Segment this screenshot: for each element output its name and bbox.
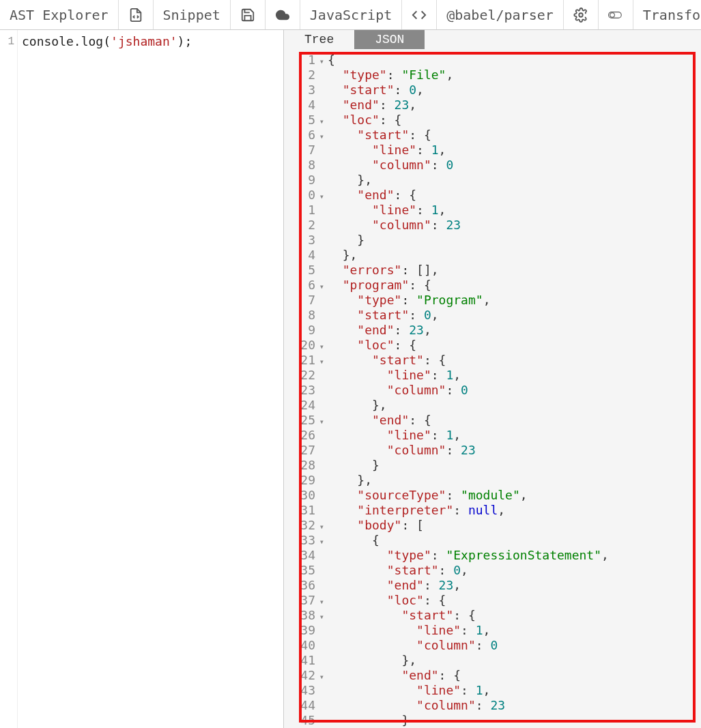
json-line-number: 20▾ [287,338,317,353]
json-line: "sourceType": "module", [328,488,698,503]
tab-tree[interactable]: Tree [284,30,354,49]
json-line: "line": 1, [328,143,698,158]
json-line-number: 33▾ [287,533,317,548]
json-line-number: 7 [287,143,317,158]
json-line-number: 32▾ [287,518,317,533]
json-line-number: 6▾ [287,128,317,143]
json-line: "line": 1, [328,623,698,638]
ast-tabs: Tree JSON [284,30,701,49]
json-line: "line": 1, [328,683,698,698]
json-line: } [328,233,698,248]
tab-json[interactable]: JSON [354,30,425,49]
json-line: "errors": [], [328,263,698,278]
json-line: "end": 23, [328,323,698,338]
json-line-number: 6▾ [287,278,317,293]
parser-dropdown[interactable]: @babel/parser [437,0,564,29]
json-line: "type": "Program", [328,293,698,308]
json-line-number: 0▾ [287,188,317,203]
svg-point-1 [579,13,583,17]
collapse-icon[interactable]: ▾ [317,189,324,204]
json-line-number: 8 [287,158,317,173]
toggle-icon[interactable] [599,0,633,29]
json-line-number: 38▾ [287,608,317,623]
json-line: "type": "ExpressionStatement", [328,548,698,563]
json-gutter: 1▾2345▾6▾7890▾123456▾78920▾21▾22232425▾2… [287,49,317,728]
json-line-number: 39 [287,623,317,638]
collapse-icon[interactable]: ▾ [317,279,324,294]
code-editor[interactable]: 1 console.log('jshaman'); [0,30,284,728]
json-line-number: 4 [287,98,317,113]
json-line-number: 23 [287,383,317,398]
json-line: "column": 23 [328,443,698,458]
json-line: }, [328,173,698,188]
code-string-token: 'jshaman' [111,34,177,48]
gear-icon[interactable] [564,0,599,29]
collapse-icon[interactable]: ▾ [317,54,324,69]
json-line: "start": 0, [328,308,698,323]
ast-panel: Tree JSON 1▾2345▾6▾7890▾123456▾78920▾21▾… [284,30,701,728]
editor-content[interactable]: console.log('jshaman'); [18,30,283,728]
cloud-icon[interactable]: ∞ [266,0,300,29]
json-line-number: 9 [287,323,317,338]
json-line: "end": 23, [328,98,698,113]
json-line: "line": 1, [328,428,698,443]
collapse-icon[interactable]: ▾ [317,534,324,549]
collapse-icon[interactable]: ▾ [317,414,324,429]
json-line: }, [328,653,698,668]
json-line-number: 5 [287,263,317,278]
json-line-number: 3 [287,233,317,248]
json-content: { "type": "File", "start": 0, "end": 23,… [317,49,698,728]
json-line: "end": { [328,188,698,203]
toolbar: AST Explorer Snippet ∞ JavaScript @babel… [0,0,701,30]
json-line: "end": { [328,668,698,683]
json-line-number: 7 [287,293,317,308]
json-line-number: 35 [287,563,317,578]
json-line-number: 37▾ [287,593,317,608]
json-line-number: 29 [287,473,317,488]
json-line-number: 24 [287,398,317,413]
json-line: { [328,533,698,548]
json-line-number: 34 [287,548,317,563]
json-line-number: 31 [287,503,317,518]
transform-dropdown[interactable]: Transfo [633,0,701,29]
json-line: "type": "File", [328,68,698,83]
collapse-icon[interactable]: ▾ [317,129,324,144]
json-line: "loc": { [328,338,698,353]
save-icon[interactable] [231,0,266,29]
json-line: "loc": { [328,113,698,128]
collapse-icon[interactable]: ▾ [317,594,324,609]
json-line: "program": { [328,278,698,293]
json-line: }, [328,398,698,413]
snippet-dropdown[interactable]: Snippet [154,0,231,29]
json-line-number: 43 [287,683,317,698]
collapse-icon[interactable]: ▾ [317,669,324,684]
json-line-number: 30 [287,488,317,503]
json-line-number: 25▾ [287,413,317,428]
language-dropdown[interactable]: JavaScript [300,0,402,29]
json-line-number: 8 [287,308,317,323]
json-line: "start": { [328,128,698,143]
json-line: "column": 0 [328,158,698,173]
json-line-number: 9 [287,173,317,188]
json-line-number: 1 [287,203,317,218]
json-line: "body": [ [328,518,698,533]
collapse-icon[interactable]: ▾ [317,354,324,369]
json-line: "start": 0, [328,83,698,98]
code-icon[interactable] [402,0,437,29]
json-line-number: 41 [287,653,317,668]
collapse-icon[interactable]: ▾ [317,339,324,354]
json-line-number: 36 [287,578,317,593]
collapse-icon[interactable]: ▾ [317,114,324,129]
json-line-number: 45 [287,713,317,728]
json-line-number: 5▾ [287,113,317,128]
json-viewer[interactable]: 1▾2345▾6▾7890▾123456▾78920▾21▾22232425▾2… [284,49,701,728]
json-line: "start": { [328,353,698,368]
file-code-icon[interactable] [119,0,154,29]
json-line: "line": 1, [328,203,698,218]
collapse-icon[interactable]: ▾ [317,609,324,624]
line-number: 1 [0,34,14,49]
main-area: 1 console.log('jshaman'); Tree JSON 1▾23… [0,30,701,728]
json-line: "loc": { [328,593,698,608]
collapse-icon[interactable]: ▾ [317,519,324,534]
json-line: } [328,458,698,473]
